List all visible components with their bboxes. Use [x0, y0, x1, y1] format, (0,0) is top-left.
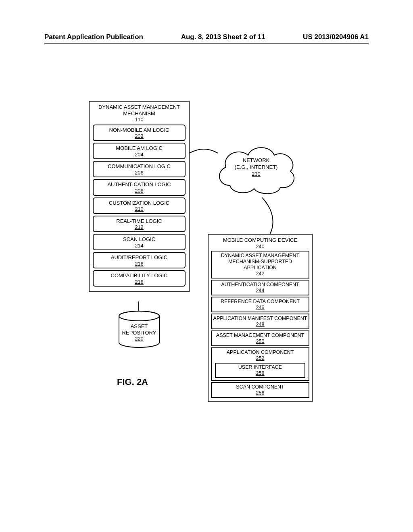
mechanism-column: DYNAMIC ASSET MANAGEMENT MECHANISM 110 N…: [89, 101, 190, 292]
mechanism-title: DYNAMIC ASSET MANAGEMENT MECHANISM 110: [92, 104, 186, 123]
logic-box: REAL-TIME LOGIC212: [93, 216, 186, 232]
scan-component-box: SCAN COMPONENT 256: [211, 382, 309, 398]
component-box: ASSET MANAGEMENT COMPONENT250: [211, 330, 309, 346]
component-box: AUTHENTICATION COMPONENT244: [211, 280, 309, 295]
connector-mechanism-network: [190, 147, 218, 159]
mobile-device-box: MOBILE COMPUTING DEVICE 240 DYNAMIC ASSE…: [208, 234, 313, 402]
component-box: REFERENCE DATA COMPONENT246: [211, 297, 309, 312]
repository-label: ASSET REPOSITORY 220: [117, 323, 161, 342]
logic-box: CUSTOMIZATION LOGIC210: [93, 197, 186, 214]
user-interface-box: USER INTERFACE 258: [215, 363, 305, 378]
header-right: US 2013/0204906 A1: [303, 33, 369, 41]
network-label: NETWORK (E.G., INTERNET) 230: [230, 157, 282, 178]
application-component-box: APPLICATION COMPONENT 252 USER INTERFACE…: [211, 347, 309, 381]
asset-repository: ASSET REPOSITORY 220: [117, 310, 161, 350]
header-center: Aug. 8, 2013 Sheet 2 of 11: [181, 33, 265, 41]
logic-box: COMMUNICATION LOGIC206: [93, 161, 186, 177]
logic-box: SCAN LOGIC214: [93, 234, 186, 250]
supported-application-box: DYNAMIC ASSET MANAGEMENT MECHANISM-SUPPO…: [211, 251, 309, 278]
component-box: APPLICATION MANIFEST COMPONENT248: [211, 314, 309, 329]
page-header: Patent Application Publication Aug. 8, 2…: [44, 33, 369, 41]
logic-box: AUTHENTICATION LOGIC208: [93, 179, 186, 195]
header-rule: [44, 43, 369, 44]
diagram-fig-2a: DYNAMIC ASSET MANAGEMENT MECHANISM 110 N…: [89, 101, 323, 439]
mechanism-box: DYNAMIC ASSET MANAGEMENT MECHANISM 110 N…: [89, 101, 190, 292]
device-title: MOBILE COMPUTING DEVICE 240: [210, 237, 310, 249]
logic-box: MOBILE AM LOGIC204: [93, 143, 186, 159]
logic-box: AUDIT/REPORT LOGIC216: [93, 252, 186, 268]
header-left: Patent Application Publication: [44, 33, 143, 41]
logic-box: COMPATIBILITY LOGIC218: [93, 270, 186, 287]
logic-box: NON-MOBILE AM LOGIC202: [93, 125, 186, 141]
figure-label: FIG. 2A: [117, 377, 148, 387]
connector-network-device: [258, 197, 282, 234]
